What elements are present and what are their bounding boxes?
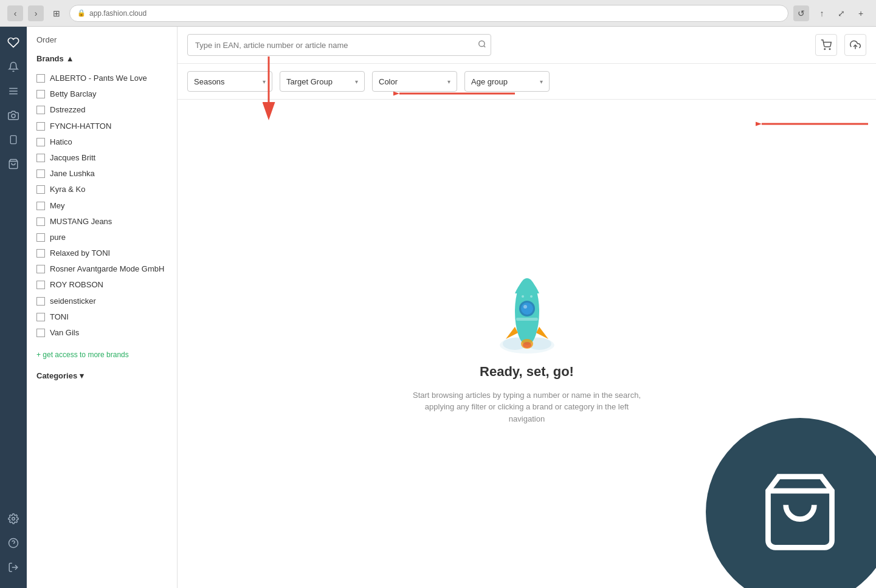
sidebar-hanger-icon-btn[interactable]: [2, 32, 24, 53]
address-bar: 🔒 app.fashion.cloud: [69, 5, 788, 22]
cart-btn[interactable]: [815, 34, 837, 56]
brand-checkbox-11[interactable]: [36, 249, 45, 258]
color-select[interactable]: Color: [379, 77, 444, 86]
brand-checkbox-4[interactable]: [36, 138, 45, 146]
svg-point-11: [479, 41, 485, 46]
browser-fullscreen-btn[interactable]: ⤢: [833, 5, 849, 21]
seasons-select[interactable]: Seasons: [194, 77, 259, 86]
svg-line-12: [484, 46, 486, 47]
brand-list-item[interactable]: Jacques Britt: [27, 150, 177, 166]
seasons-dropdown-arrow: ▾: [263, 78, 266, 85]
brand-checkbox-13[interactable]: [36, 281, 45, 289]
brand-list-item[interactable]: Relaxed by TONI: [27, 245, 177, 261]
brand-checkbox-6[interactable]: [36, 169, 45, 178]
brand-checkbox-10[interactable]: [36, 233, 45, 242]
brand-checkbox-14[interactable]: [36, 297, 45, 306]
brand-list-item[interactable]: Kyra & Ko: [27, 182, 177, 197]
brand-label-9: MUSTANG Jeans: [50, 216, 167, 227]
brand-list-item[interactable]: TONI: [27, 309, 177, 325]
browser-reload-btn[interactable]: ↺: [793, 5, 809, 21]
brand-checkbox-1[interactable]: [36, 90, 45, 98]
color-dropdown-arrow: ▾: [447, 78, 450, 85]
color-dropdown[interactable]: Color ▾: [372, 71, 457, 92]
brand-checkbox-12[interactable]: [36, 265, 45, 273]
brand-list-item[interactable]: pure: [27, 230, 177, 245]
ready-title: Ready, set, go!: [480, 364, 574, 380]
brand-list-item[interactable]: Hatico: [27, 134, 177, 150]
brand-label-0: ALBERTO - Pants We Love: [50, 73, 167, 84]
url-text: app.fashion.cloud: [89, 9, 147, 18]
brand-list-item[interactable]: Dstrezzed: [27, 102, 177, 118]
svg-point-22: [523, 305, 527, 309]
target-group-dropdown[interactable]: Target Group ▾: [280, 71, 365, 92]
lock-icon: 🔒: [77, 9, 86, 17]
brand-checkbox-5[interactable]: [36, 154, 45, 162]
icon-sidebar: [0, 27, 27, 588]
browser-share-btn[interactable]: ↑: [814, 5, 830, 21]
brand-checkbox-15[interactable]: [36, 313, 45, 321]
svg-point-14: [829, 49, 830, 50]
brand-label-11: Relaxed by TONI: [50, 248, 167, 259]
brand-list-item[interactable]: ROY ROBSON: [27, 277, 177, 293]
sidebar-settings-icon-btn[interactable]: [2, 508, 24, 530]
brand-checkbox-2[interactable]: [36, 106, 45, 114]
brand-label-5: Jacques Britt: [50, 152, 167, 163]
ready-subtitle: Start browsing articles by typing a numb…: [412, 389, 643, 425]
brand-list-item[interactable]: Jane Lushka: [27, 166, 177, 182]
sidebar-bell-icon-btn[interactable]: [2, 56, 24, 78]
sidebar-help-icon-btn[interactable]: [2, 532, 24, 554]
brand-list-item[interactable]: FYNCH-HATTON: [27, 118, 177, 134]
brand-list-item[interactable]: ALBERTO - Pants We Love: [27, 70, 177, 86]
main-content: Seasons ▾ Target Group ▾ Color ▾: [178, 27, 876, 588]
sidebar-mobile-icon-btn[interactable]: [2, 129, 24, 151]
brands-section-header[interactable]: Brands ▲: [27, 49, 177, 68]
brand-checkbox-3[interactable]: [36, 122, 45, 131]
brands-header-label: Brands: [36, 54, 64, 63]
browser-back-btn[interactable]: ‹: [7, 5, 23, 21]
brand-checkbox-8[interactable]: [36, 202, 45, 210]
brand-checkbox-16[interactable]: [36, 329, 45, 337]
categories-collapse-icon: ▾: [80, 371, 84, 380]
search-icon-btn[interactable]: [478, 40, 486, 50]
filters-bar: Seasons ▾ Target Group ▾ Color ▾: [178, 64, 876, 100]
brands-collapse-icon: ▲: [66, 54, 74, 63]
search-container: [187, 34, 491, 56]
brand-list-item[interactable]: Rosner Avantgarde Mode GmbH: [27, 261, 177, 277]
target-group-select[interactable]: Target Group: [286, 77, 351, 86]
brand-list-item[interactable]: Van Gils: [27, 325, 177, 341]
search-input[interactable]: [187, 34, 491, 56]
browser-new-tab-btn[interactable]: +: [853, 5, 869, 21]
age-group-dropdown[interactable]: Age group ▾: [464, 71, 550, 92]
get-access-link[interactable]: + get access to more brands: [27, 343, 177, 366]
brand-label-15: TONI: [50, 312, 167, 323]
svg-point-13: [824, 49, 826, 50]
svg-point-3: [12, 114, 15, 118]
upload-btn[interactable]: [844, 34, 866, 56]
brand-label-4: Hatico: [50, 137, 167, 148]
seasons-dropdown[interactable]: Seasons ▾: [187, 71, 272, 92]
brand-label-3: FYNCH-HATTON: [50, 121, 167, 132]
sidebar-logout-icon-btn[interactable]: [2, 556, 24, 578]
svg-point-21: [521, 303, 533, 315]
categories-label: Categories: [36, 371, 77, 380]
sidebar-camera-icon-btn[interactable]: [2, 104, 24, 126]
sidebar-bag-icon-btn[interactable]: [2, 153, 24, 175]
brand-label-2: Dstrezzed: [50, 104, 167, 115]
brand-label-8: Mey: [50, 200, 167, 211]
content-area: Ready, set, go! Start browsing articles …: [178, 100, 876, 588]
brand-checkbox-9[interactable]: [36, 217, 45, 226]
browser-tab-grid-btn[interactable]: ⊞: [49, 5, 64, 21]
age-group-select[interactable]: Age group: [471, 77, 536, 86]
brand-list-item[interactable]: MUSTANG Jeans: [27, 214, 177, 230]
target-group-dropdown-arrow: ▾: [355, 78, 358, 85]
brand-list-item[interactable]: seidensticker: [27, 293, 177, 309]
brand-checkbox-7[interactable]: [36, 185, 45, 194]
categories-section-header[interactable]: Categories ▾: [27, 366, 177, 385]
brand-label-6: Jane Lushka: [50, 168, 167, 179]
brand-list-item[interactable]: Mey: [27, 198, 177, 214]
brand-list-item[interactable]: Betty Barclay: [27, 86, 177, 102]
sidebar-menu-icon-btn[interactable]: [2, 80, 24, 102]
browser-forward-btn[interactable]: ›: [28, 5, 44, 21]
svg-point-27: [530, 295, 533, 298]
brand-checkbox-0[interactable]: [36, 74, 45, 83]
